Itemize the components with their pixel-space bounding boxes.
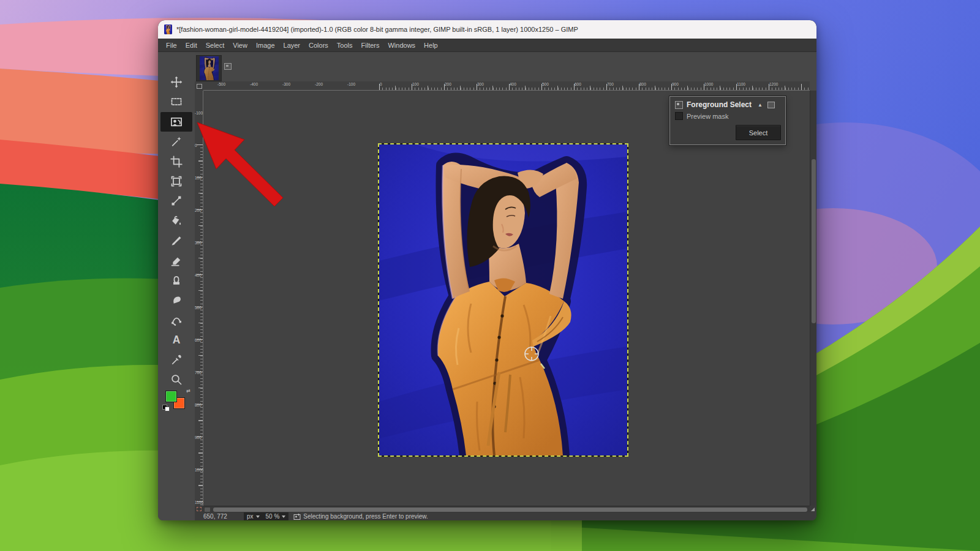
horizontal-scrollbar-start[interactable] — [205, 508, 210, 512]
ruler-tick-label: 200 — [445, 82, 451, 86]
swap-colors-icon[interactable]: ⇄ — [186, 388, 190, 394]
ruler-tick-label: 100 — [195, 176, 202, 180]
unit-value: px — [247, 513, 254, 520]
vertical-ruler[interactable]: -100010020030040050060070080090010001100 — [195, 91, 203, 506]
tool-smudge[interactable] — [160, 290, 192, 310]
ruler-tick-label: -500 — [217, 82, 225, 86]
ruler-tick-label: 800 — [639, 82, 646, 86]
svg-text:A: A — [173, 334, 181, 346]
ruler-tick-label: 600 — [575, 82, 581, 86]
menu-bar: FileEditSelectViewImageLayerColorsToolsF… — [158, 39, 816, 52]
ruler-corner-button[interactable] — [195, 81, 204, 91]
tool-bucket-fill[interactable] — [160, 211, 192, 231]
vertical-scrollbar[interactable] — [810, 91, 816, 506]
menu-help[interactable]: Help — [420, 40, 442, 51]
chevron-down-icon — [256, 515, 260, 518]
ruler-tick-label: -200 — [315, 82, 323, 86]
preview-mask-checkbox[interactable] — [675, 112, 683, 120]
ruler-tick-label: 300 — [477, 82, 484, 86]
title-bar[interactable]: *[fashion-woman-girl-model-4419204] (imp… — [158, 20, 816, 39]
menu-layer[interactable]: Layer — [279, 40, 305, 51]
window-thumbnail-icon — [164, 24, 172, 34]
zoom-value: 50 % — [266, 513, 280, 520]
ruler-tick-label: -400 — [250, 82, 258, 86]
status-bar: 650, 772 px 50 % Selecting background, p… — [195, 512, 816, 520]
menu-select[interactable]: Select — [202, 40, 229, 51]
ruler-tick-label: 1100 — [737, 82, 745, 86]
color-swatches[interactable]: ⇄ — [160, 389, 192, 410]
ruler-tick-label: 1000 — [195, 468, 203, 472]
ruler-tick-label: 400 — [195, 273, 202, 277]
foreground-select-dialog: Foreground Select ▲ Preview mask Select — [669, 96, 786, 145]
ruler-tick-label: 1200 — [769, 82, 778, 86]
horizontal-ruler[interactable]: -500-400-300-200-10001002003004005006007… — [203, 81, 810, 91]
chevron-down-icon — [282, 515, 285, 518]
menu-windows[interactable]: Windows — [383, 40, 420, 51]
tool-fuzzy-select[interactable] — [160, 132, 192, 151]
ruler-tick-label: -300 — [282, 82, 290, 86]
ruler-tick-label: 400 — [510, 82, 516, 86]
window-title: *[fashion-woman-girl-model-4419204] (imp… — [176, 26, 578, 33]
tool-zoom[interactable] — [160, 370, 192, 389]
dialog-menu-icon[interactable] — [767, 102, 775, 108]
vertical-scrollbar-thumb[interactable] — [812, 159, 816, 323]
select-button[interactable]: Select — [736, 125, 781, 140]
ruler-tick-label: 100 — [412, 82, 419, 86]
tool-rectangle-select[interactable] — [160, 92, 192, 111]
menu-edit[interactable]: Edit — [181, 40, 202, 51]
horizontal-scrollbar-thumb[interactable] — [213, 508, 807, 512]
toolbox: A⇄ — [158, 52, 195, 520]
tool-move[interactable] — [160, 72, 192, 92]
gimp-window: *[fashion-woman-girl-model-4419204] (imp… — [158, 20, 816, 520]
ruler-tick-label: 300 — [195, 241, 202, 245]
menu-file[interactable]: File — [162, 40, 181, 51]
ruler-tick-label: 900 — [195, 435, 202, 440]
canvas-viewport[interactable] — [203, 91, 810, 506]
unit-dropdown[interactable]: px — [244, 512, 263, 520]
ruler-tick-label: 200 — [195, 208, 202, 212]
tool-color-picker[interactable] — [160, 350, 192, 370]
tool-crop[interactable] — [160, 152, 192, 171]
ruler-tick-label: 500 — [195, 305, 202, 310]
ruler-tick-label: 700 — [195, 370, 202, 375]
canvas-image[interactable] — [379, 144, 627, 455]
ruler-tick-label: -100 — [347, 82, 355, 86]
default-colors-icon-white[interactable] — [165, 407, 170, 411]
menu-image[interactable]: Image — [252, 40, 279, 51]
foreground-color-swatch[interactable] — [165, 391, 177, 402]
menu-view[interactable]: View — [228, 40, 252, 51]
menu-tools[interactable]: Tools — [333, 40, 357, 51]
preview-mask-label: Preview mask — [687, 113, 728, 120]
image-tab-list-icon[interactable] — [224, 63, 232, 70]
status-message: Selecting background, press Enter to pre… — [303, 513, 428, 520]
tool-text[interactable]: A — [160, 330, 192, 350]
desktop: *[fashion-woman-girl-model-4419204] (imp… — [0, 0, 980, 551]
zoom-dropdown[interactable]: 50 % — [263, 512, 289, 520]
ruler-tick-label: 900 — [672, 82, 679, 86]
horizontal-scrollbar[interactable] — [203, 506, 810, 512]
pointer-coordinates: 650, 772 — [203, 513, 244, 520]
dialog-tool-icon — [675, 101, 683, 109]
collapse-icon[interactable]: ▲ — [758, 102, 763, 108]
image-tab-thumbnail[interactable] — [196, 55, 222, 81]
ruler-tick-label: 500 — [542, 82, 549, 86]
ruler-tick-label: 700 — [607, 82, 614, 86]
menu-filters[interactable]: Filters — [357, 40, 384, 51]
navigation-preview-button[interactable] — [810, 506, 816, 512]
ruler-tick-label: 1000 — [704, 82, 713, 86]
tool-eraser[interactable] — [160, 251, 192, 271]
menu-colors[interactable]: Colors — [304, 40, 333, 51]
tool-paintbrush[interactable] — [160, 231, 192, 250]
ruler-tick-label: 1100 — [195, 500, 203, 504]
ruler-tick-label: 0 — [195, 143, 197, 148]
quick-mask-toggle[interactable] — [195, 506, 203, 512]
ruler-tick-label: 600 — [195, 338, 202, 342]
tool-handle-transform[interactable] — [160, 191, 192, 211]
ruler-tick-label: -100 — [195, 111, 203, 115]
dialog-title: Foreground Select — [687, 100, 752, 109]
tool-unified-transform[interactable] — [160, 171, 192, 191]
tool-paths[interactable] — [160, 310, 192, 330]
tool-foreground-select[interactable] — [160, 112, 192, 132]
ruler-tick-label: 800 — [195, 403, 202, 407]
tool-clone[interactable] — [160, 271, 192, 290]
